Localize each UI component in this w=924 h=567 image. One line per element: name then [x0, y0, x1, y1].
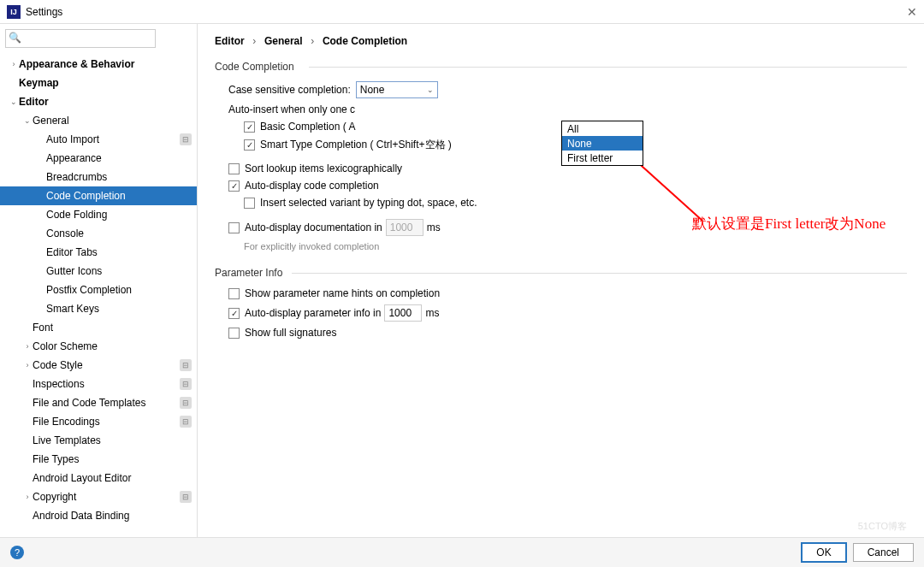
- tree-item-android-layout-editor[interactable]: Android Layout Editor: [0, 469, 197, 487]
- tree-item-label: Copyright: [33, 491, 180, 503]
- tree-item-label: Postfix Completion: [46, 284, 197, 296]
- tree-item-code-folding[interactable]: Code Folding: [0, 205, 197, 224]
- breadcrumb-editor[interactable]: Editor: [215, 35, 245, 47]
- checkbox-sort-lookup[interactable]: [228, 163, 240, 174]
- dropdown-opt-none[interactable]: None: [562, 136, 643, 151]
- scope-badge-icon: ⊟: [180, 378, 192, 390]
- chevron-right-icon: ›: [311, 35, 314, 47]
- input-param-ms[interactable]: [384, 304, 422, 322]
- scope-badge-icon: ⊟: [180, 359, 192, 371]
- tree-item-editor-tabs[interactable]: Editor Tabs: [0, 243, 197, 262]
- row-param-auto: Auto-display parameter info in ms: [228, 304, 907, 322]
- tree-item-console[interactable]: Console: [0, 224, 197, 243]
- label-ms: ms: [425, 307, 439, 319]
- tree-item-label: Font: [33, 322, 197, 334]
- tree-item-code-completion[interactable]: Code Completion: [0, 186, 197, 205]
- tree-item-label: Console: [46, 227, 197, 239]
- tree-item-inspections[interactable]: Inspections⊟: [0, 375, 197, 393]
- tree-item-copyright[interactable]: ›Copyright⊟: [0, 487, 197, 506]
- sidebar: 🔍 ›Appearance & BehaviorKeymap⌄Editor⌄Ge…: [0, 24, 198, 537]
- case-sensitive-select[interactable]: None ⌄: [356, 81, 438, 98]
- tree-item-postfix-completion[interactable]: Postfix Completion: [0, 281, 197, 299]
- checkbox-full-signatures[interactable]: [228, 328, 240, 339]
- tree-item-label: General: [33, 115, 197, 127]
- tree-item-label: Android Layout Editor: [33, 472, 197, 484]
- tree-item-label: File and Code Templates: [33, 397, 180, 409]
- checkbox-basic-completion[interactable]: [244, 121, 255, 133]
- checkbox-smart-completion[interactable]: [244, 139, 255, 151]
- tree-item-label: Editor: [19, 96, 197, 108]
- row-insert-variant: Insert selected variant by typing dot, s…: [244, 197, 907, 209]
- row-auto-insert: Auto-insert when only one c: [228, 103, 907, 115]
- dialog-footer: ? OK Cancel: [0, 537, 924, 567]
- input-auto-doc-ms: [386, 219, 424, 236]
- dropdown-opt-all[interactable]: All: [562, 121, 643, 136]
- tree-item-appearance[interactable]: Appearance: [0, 149, 197, 168]
- checkbox-auto-doc[interactable]: [228, 222, 240, 233]
- app-icon: IJ: [7, 5, 21, 19]
- cancel-button[interactable]: Cancel: [853, 543, 914, 562]
- case-sensitive-dropdown[interactable]: All None First letter: [561, 121, 643, 166]
- tree-item-breadcrumbs[interactable]: Breadcrumbs: [0, 168, 197, 186]
- tree-arrow-icon: ›: [22, 342, 33, 351]
- ok-button[interactable]: OK: [802, 543, 845, 562]
- tree-arrow-icon: ⌄: [9, 97, 19, 106]
- tree-item-label: Smart Keys: [46, 303, 197, 315]
- label-case-sensitive: Case sensitive completion:: [228, 84, 351, 96]
- label-insert-variant: Insert selected variant by typing dot, s…: [260, 197, 477, 209]
- tree-item-label: Appearance: [46, 152, 197, 164]
- tree-item-label: Color Scheme: [33, 340, 197, 352]
- hint-auto-doc: For explicitly invoked completion: [244, 241, 907, 251]
- checkbox-auto-display-cc[interactable]: [228, 180, 240, 192]
- search-box: 🔍: [0, 24, 197, 53]
- tree-item-editor[interactable]: ⌄Editor: [0, 92, 197, 111]
- content-panel: Editor › General › Code Completion Code …: [198, 24, 924, 537]
- tree-item-label: File Encodings: [33, 416, 180, 428]
- tree-item-file-types[interactable]: File Types: [0, 450, 197, 469]
- tree-item-label: Editor Tabs: [46, 246, 197, 258]
- tree-item-appearance-behavior[interactable]: ›Appearance & Behavior: [0, 55, 197, 74]
- section-parameter-info: Parameter Info: [215, 267, 907, 279]
- row-full-signatures: Show full signatures: [228, 327, 907, 339]
- tree-item-keymap[interactable]: Keymap: [0, 74, 197, 92]
- label-full-signatures: Show full signatures: [245, 327, 336, 339]
- annotation-text: 默认设置是First letter改为None: [692, 214, 886, 233]
- tree-item-file-and-code-templates[interactable]: File and Code Templates⊟: [0, 393, 197, 412]
- close-icon[interactable]: ✕: [907, 5, 917, 19]
- label-auto-insert: Auto-insert when only one c: [228, 103, 355, 115]
- dropdown-opt-first-letter[interactable]: First letter: [562, 151, 643, 165]
- tree-item-gutter-icons[interactable]: Gutter Icons: [0, 262, 197, 281]
- label-smart-completion: Smart Type Completion ( Ctrl+Shift+空格 ): [260, 138, 452, 152]
- tree-arrow-icon: ›: [22, 493, 33, 501]
- tree-item-general[interactable]: ⌄General: [0, 111, 197, 130]
- scope-badge-icon: ⊟: [180, 133, 192, 145]
- tree-item-color-scheme[interactable]: ›Color Scheme: [0, 337, 197, 356]
- scope-badge-icon: ⊟: [180, 491, 192, 503]
- label-param-auto: Auto-display parameter info in: [245, 307, 381, 319]
- checkbox-insert-variant[interactable]: [244, 198, 255, 209]
- settings-tree[interactable]: ›Appearance & BehaviorKeymap⌄Editor⌄Gene…: [0, 53, 197, 537]
- search-input[interactable]: [5, 29, 156, 48]
- checkbox-param-auto[interactable]: [228, 308, 240, 319]
- chevron-down-icon: ⌄: [427, 86, 434, 94]
- title-bar: IJ Settings ✕: [0, 0, 924, 24]
- tree-item-android-data-binding[interactable]: Android Data Binding: [0, 506, 197, 525]
- tree-item-smart-keys[interactable]: Smart Keys: [0, 299, 197, 318]
- tree-item-font[interactable]: Font: [0, 318, 197, 337]
- tree-item-live-templates[interactable]: Live Templates: [0, 431, 197, 450]
- row-case-sensitive: Case sensitive completion: None ⌄: [228, 81, 907, 98]
- search-icon: 🔍: [9, 32, 21, 44]
- tree-item-file-encodings[interactable]: File Encodings⊟: [0, 412, 197, 431]
- label-sort-lookup: Sort lookup items lexicographically: [245, 162, 402, 174]
- checkbox-param-hints[interactable]: [228, 288, 240, 299]
- breadcrumb-general[interactable]: General: [264, 35, 303, 47]
- chevron-right-icon: ›: [252, 35, 256, 47]
- tree-item-code-style[interactable]: ›Code Style⊟: [0, 356, 197, 375]
- scope-badge-icon: ⊟: [180, 397, 192, 409]
- scope-badge-icon: ⊟: [180, 416, 192, 428]
- tree-item-auto-import[interactable]: Auto Import⊟: [0, 130, 197, 149]
- window-title: Settings: [26, 6, 907, 18]
- watermark: 51CTO博客: [858, 520, 907, 533]
- tree-item-label: Breadcrumbs: [46, 171, 197, 183]
- help-button[interactable]: ?: [10, 546, 24, 559]
